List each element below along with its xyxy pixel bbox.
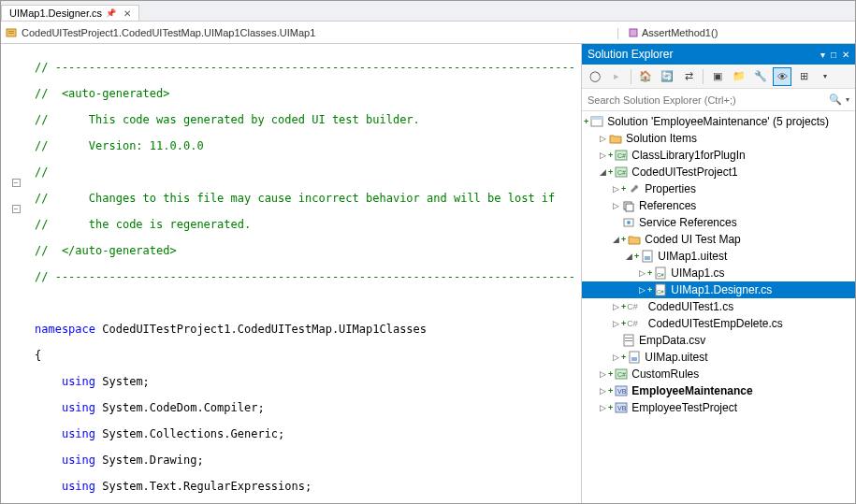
- collapse-button[interactable]: ▣: [708, 67, 727, 86]
- back-button[interactable]: ◯: [586, 67, 604, 86]
- tree-file[interactable]: ▷ +C# CodedUITest1.cs: [582, 298, 855, 315]
- dropdown-icon[interactable]: ▾: [820, 50, 825, 60]
- tree-folder[interactable]: ◢ + Coded UI Test Map: [582, 231, 855, 248]
- tree-item[interactable]: ▷ + Properties: [582, 180, 855, 197]
- toggle-button[interactable]: ⊞: [794, 67, 813, 86]
- tree-item[interactable]: Service References: [582, 214, 855, 231]
- svg-text:VB: VB: [617, 388, 627, 395]
- expand-icon[interactable]: ▷: [610, 184, 621, 194]
- svg-text:VB: VB: [617, 405, 627, 411]
- svg-rect-16: [645, 256, 650, 260]
- csharp-file-icon: C#: [653, 266, 668, 281]
- svg-point-14: [627, 221, 631, 224]
- csharp-project-icon: C#: [614, 148, 629, 163]
- forward-button[interactable]: ▸: [607, 67, 626, 86]
- document-tab-bar: UIMap1.Designer.cs 📌 ✕: [1, 1, 855, 22]
- search-icon[interactable]: 🔍: [829, 94, 842, 106]
- svg-rect-2: [8, 33, 14, 34]
- svg-text:C#: C#: [617, 152, 626, 159]
- expand-icon[interactable]: ▷: [597, 386, 608, 396]
- collapse-toggle[interactable]: −: [12, 179, 21, 187]
- tree-file-selected[interactable]: ▷ +C# UIMap1.Designer.cs: [582, 281, 855, 298]
- collapse-icon[interactable]: ◢: [623, 252, 634, 261]
- more-button[interactable]: ▾: [816, 67, 834, 86]
- expand-icon[interactable]: ▷: [610, 353, 621, 362]
- vb-project-icon: VB: [614, 400, 629, 415]
- tab-title: UIMap1.Designer.cs: [9, 7, 102, 19]
- tree-item[interactable]: ▷ References: [582, 197, 855, 214]
- code-content: // -------------------------------------…: [31, 44, 581, 503]
- expand-icon[interactable]: ▷: [597, 369, 608, 379]
- svg-rect-22: [625, 338, 632, 338]
- svg-rect-5: [591, 117, 602, 120]
- document-tab[interactable]: UIMap1.Designer.cs 📌 ✕: [1, 5, 139, 21]
- vb-project-icon: VB: [614, 383, 629, 398]
- svg-text:C#: C#: [617, 371, 626, 378]
- solution-search[interactable]: 🔍 ▾: [582, 89, 855, 111]
- svg-rect-1: [8, 31, 14, 32]
- maximize-icon[interactable]: □: [831, 50, 836, 60]
- csharp-file-icon: [638, 299, 646, 314]
- code-editor[interactable]: − − // ---------------------------------…: [1, 44, 581, 503]
- svg-text:C#: C#: [657, 289, 664, 295]
- solution-explorer-header: Solution Explorer ▾ □ ✕: [582, 44, 855, 65]
- folder-icon: [627, 232, 642, 247]
- sync-button[interactable]: ⇄: [679, 67, 698, 86]
- svg-rect-25: [631, 357, 637, 361]
- collapse-icon[interactable]: ◢: [597, 167, 608, 177]
- svg-rect-23: [625, 340, 632, 341]
- home-button[interactable]: 🏠: [636, 67, 655, 86]
- expand-icon[interactable]: ▷: [610, 319, 621, 328]
- svg-rect-12: [626, 204, 633, 211]
- service-refs-icon: [621, 215, 636, 230]
- tree-project[interactable]: ◢ +C# CodedUITestProject1: [582, 164, 855, 180]
- panel-title: Solution Explorer: [588, 48, 673, 61]
- svg-text:C#: C#: [657, 272, 664, 278]
- collapse-icon[interactable]: ◢: [610, 235, 621, 244]
- tree-file[interactable]: ◢ + UIMap1.uitest: [582, 248, 855, 265]
- csharp-file-icon: [638, 316, 646, 331]
- tree-folder[interactable]: ▷ Solution Items: [582, 130, 855, 147]
- navigation-bar: CodedUITestProject1.CodedUITestMap.UIMap…: [1, 22, 855, 44]
- tree-project[interactable]: ▷ +VB EmployeeMaintenance: [582, 382, 855, 399]
- type-dropdown[interactable]: CodedUITestProject1.CodedUITestMap.UIMap…: [22, 27, 315, 38]
- show-all-button[interactable]: 📁: [730, 67, 748, 86]
- csv-file-icon: [621, 333, 636, 348]
- member-dropdown[interactable]: AssertMethod1(): [627, 26, 851, 39]
- tree-file[interactable]: ▷ +C# UIMap1.cs: [582, 265, 855, 281]
- solution-explorer-panel: Solution Explorer ▾ □ ✕ ◯ ▸ 🏠 🔄 ⇄ ▣ 📁 🔧 …: [581, 44, 855, 503]
- nav-divider: |: [617, 26, 619, 39]
- expand-icon[interactable]: ▷: [610, 302, 621, 311]
- refresh-button[interactable]: 🔄: [658, 67, 676, 86]
- expand-icon[interactable]: ▷: [597, 403, 608, 412]
- wrench-icon: [627, 181, 642, 196]
- outline-gutter: − −: [1, 44, 31, 503]
- tree-file[interactable]: ▷ +C# CodedUITestEmpDelete.cs: [582, 315, 855, 332]
- tree-project[interactable]: ▷ +C# CustomRules: [582, 366, 855, 382]
- expand-icon[interactable]: ▷: [597, 151, 608, 160]
- search-dropdown-icon[interactable]: ▾: [846, 95, 849, 104]
- solution-node[interactable]: + Solution 'EmployeeMaintenance' (5 proj…: [582, 113, 855, 130]
- uitest-icon: [640, 249, 655, 264]
- tree-file[interactable]: EmpData.csv: [582, 332, 855, 349]
- pin-icon[interactable]: 📌: [106, 8, 116, 18]
- tree-project[interactable]: ▷ +VB EmployeeTestProject: [582, 399, 855, 416]
- method-icon: [627, 26, 640, 39]
- expand-icon[interactable]: ▷: [610, 201, 621, 210]
- expand-icon[interactable]: ▷: [597, 134, 608, 143]
- preview-button[interactable]: 👁: [773, 67, 791, 86]
- properties-button[interactable]: 🔧: [751, 67, 770, 86]
- tree-project[interactable]: ▷ +C# ClassLibrary1forPlugIn: [582, 147, 855, 164]
- expand-icon[interactable]: ▷: [636, 285, 647, 295]
- close-icon[interactable]: ✕: [123, 8, 131, 19]
- uitest-icon: [627, 350, 642, 365]
- csharp-file-icon: C#: [653, 282, 668, 297]
- class-icon: [5, 26, 18, 39]
- solution-tree: + Solution 'EmployeeMaintenance' (5 proj…: [582, 111, 855, 503]
- close-icon[interactable]: ✕: [842, 50, 849, 60]
- expand-icon[interactable]: ▷: [636, 268, 647, 278]
- tree-file[interactable]: ▷ + UIMap.uitest: [582, 349, 855, 366]
- search-input[interactable]: [588, 94, 829, 106]
- svg-point-10: [634, 185, 638, 189]
- collapse-toggle[interactable]: −: [12, 205, 21, 213]
